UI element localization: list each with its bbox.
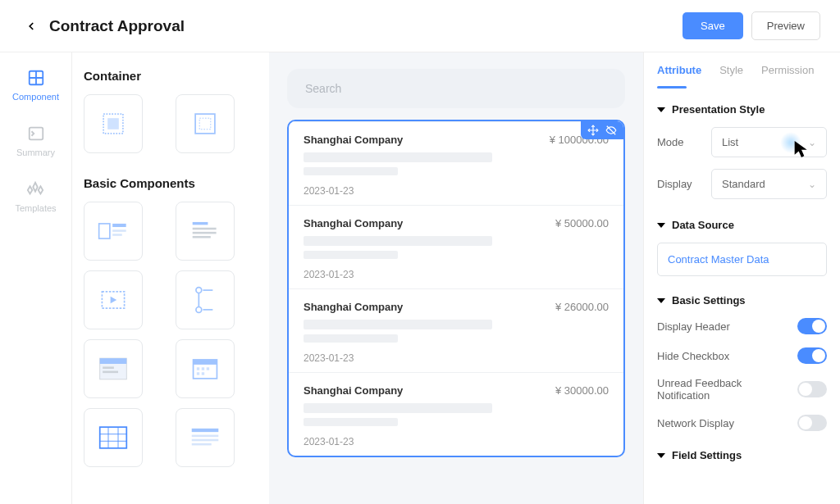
mode-label: Mode (657, 136, 711, 148)
item-date: 2023-01-23 (304, 269, 609, 280)
network-display-toggle[interactable] (797, 415, 827, 431)
unread-feedback-toggle[interactable] (797, 381, 827, 397)
caret-down-icon (657, 107, 665, 112)
mode-select[interactable]: List ⌄ (711, 127, 827, 157)
tab-style[interactable]: Style (719, 64, 743, 81)
tab-underline (657, 86, 687, 89)
calendar-icon (191, 356, 219, 381)
unread-feedback-label: Unread Feedback Notification (657, 377, 797, 402)
svg-rect-37 (100, 427, 127, 448)
item-date: 2023-01-23 (304, 436, 609, 447)
component-tile-calendar[interactable] (176, 339, 235, 398)
item-name: Shanghai Company (304, 134, 403, 146)
left-rail: Component Summary Templates (0, 52, 72, 504)
visibility-icon[interactable] (605, 125, 617, 136)
container-outline-icon (191, 110, 219, 138)
svg-marker-5 (28, 186, 33, 193)
svg-rect-31 (194, 360, 217, 365)
components-panel: Container Basic Components (72, 52, 269, 504)
section-presentation[interactable]: Presentation Style (657, 103, 827, 116)
component-tile-table[interactable] (84, 408, 143, 467)
svg-marker-6 (39, 186, 43, 193)
header: Contract Approval Save Preview (0, 0, 840, 52)
svg-rect-14 (112, 234, 122, 235)
svg-rect-29 (103, 371, 118, 374)
component-tile-panel[interactable] (84, 339, 143, 398)
svg-rect-18 (193, 236, 211, 238)
timeline-icon (194, 286, 216, 314)
item-name: Shanghai Company (304, 301, 403, 313)
component-tile-text[interactable] (176, 202, 235, 261)
list-component[interactable]: Shanghai Company¥ 100000.00 2023-01-23 S… (287, 120, 625, 457)
svg-rect-13 (112, 229, 126, 231)
caret-down-icon (657, 298, 665, 303)
placeholder-bar (304, 236, 492, 246)
cursor-icon (793, 139, 810, 159)
svg-marker-20 (111, 297, 117, 304)
tab-permission[interactable]: Permission (761, 64, 814, 81)
component-tile-media[interactable] (84, 270, 143, 329)
display-header-label: Display Header (657, 320, 730, 333)
svg-point-23 (196, 307, 202, 313)
placeholder-bar (304, 320, 492, 329)
component-tile-list[interactable] (176, 408, 235, 467)
datasource-link[interactable]: Contract Master Data (657, 243, 827, 276)
list-item: Shanghai Company¥ 50000.00 2023-01-23 (289, 205, 623, 288)
svg-rect-42 (192, 429, 219, 432)
move-icon[interactable] (587, 125, 599, 136)
basic-section-title: Basic Components (84, 176, 258, 190)
display-header-toggle[interactable] (797, 318, 827, 334)
canvas: Search Shanghai Company¥ 100000.00 2023-… (269, 52, 643, 504)
svg-marker-4 (34, 183, 39, 192)
svg-rect-12 (112, 224, 126, 227)
svg-rect-15 (193, 222, 208, 225)
section-field[interactable]: Field Settings (657, 449, 827, 461)
list-item: Shanghai Company¥ 30000.00 2023-01-23 (289, 372, 623, 456)
back-button[interactable] (20, 15, 43, 38)
container-tile-2[interactable] (176, 94, 235, 153)
media-icon (99, 288, 127, 311)
display-select[interactable]: Standard ⌄ (711, 169, 827, 199)
section-datasource[interactable]: Data Source (657, 219, 827, 231)
rail-item-component[interactable]: Component (12, 69, 59, 102)
network-display-label: Network Display (657, 417, 734, 429)
svg-point-21 (196, 288, 202, 293)
svg-rect-10 (199, 118, 211, 129)
svg-rect-16 (193, 228, 217, 230)
svg-rect-28 (103, 366, 114, 369)
svg-rect-36 (202, 372, 204, 375)
item-name: Shanghai Company (304, 217, 403, 229)
save-button[interactable]: Save (682, 12, 743, 39)
caret-down-icon (657, 223, 665, 228)
hide-checkbox-toggle[interactable] (797, 347, 827, 364)
placeholder-bar (304, 403, 492, 413)
item-name: Shanghai Company (304, 384, 403, 397)
placeholder-bar (304, 152, 492, 162)
panel-icon (98, 356, 128, 381)
search-input[interactable]: Search (287, 69, 625, 108)
placeholder-bar (304, 251, 398, 259)
table-icon (98, 425, 128, 450)
svg-rect-34 (207, 367, 209, 370)
container-tile-1[interactable] (84, 94, 143, 153)
properties-panel: Attribute Style Permission Presentation … (643, 52, 840, 504)
component-tile-timeline[interactable] (176, 270, 235, 329)
list-icon (190, 427, 220, 448)
display-label: Display (657, 178, 711, 190)
svg-rect-3 (29, 128, 43, 140)
section-basic[interactable]: Basic Settings (657, 294, 827, 306)
container-icon (99, 110, 127, 138)
rail-item-templates[interactable]: Templates (15, 180, 56, 213)
tab-attribute[interactable]: Attribute (657, 64, 701, 81)
rail-item-summary[interactable]: Summary (16, 125, 55, 157)
placeholder-bar (304, 334, 398, 343)
caret-down-icon (657, 453, 665, 458)
component-tile-card[interactable] (84, 202, 143, 261)
svg-rect-8 (107, 118, 119, 129)
summary-icon (27, 125, 45, 143)
preview-button[interactable]: Preview (751, 11, 820, 40)
component-icon (27, 69, 45, 87)
svg-rect-35 (197, 372, 199, 375)
svg-rect-44 (192, 439, 219, 442)
text-icon (191, 220, 219, 242)
